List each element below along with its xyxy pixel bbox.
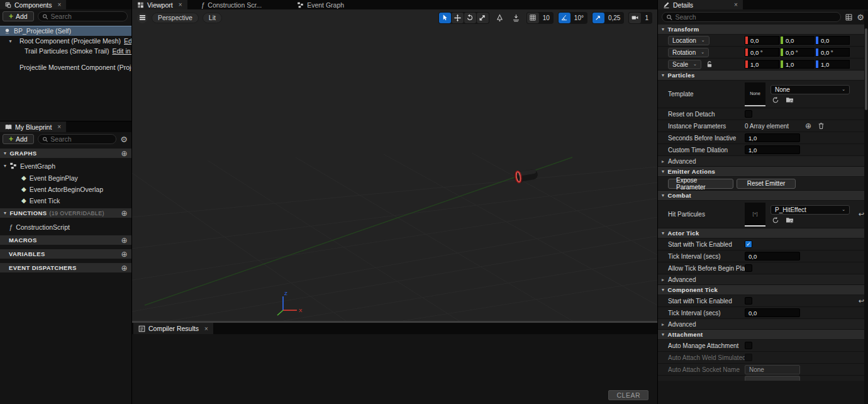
functions-section-header[interactable]: ▾ FUNCTIONS (19 OVERRIDABLE) ⊕ [0,208,131,218]
scale-mode-dropdown[interactable]: Scale⌄ [668,60,701,69]
event-dispatchers-section-header[interactable]: EVENT DISPATCHERS ⊕ [0,263,131,273]
rotation-z-field[interactable]: 0,0 ° [815,48,850,57]
reset-on-detach-checkbox[interactable] [745,110,752,118]
grid-snap-value[interactable]: 10 [540,14,553,21]
scale-snap-icon[interactable] [593,13,604,23]
component-row-root[interactable]: ▾ Root Component (Projectile Mesh) Edit [0,36,131,46]
delete-array-icon[interactable] [818,122,825,130]
perspective-dropdown[interactable]: Perspective [152,13,199,23]
settings-gear-icon[interactable]: ⚙ [120,135,128,144]
component-row-trail[interactable]: Trail Particules (Smoke Trail) Edit in C [0,46,131,56]
location-z-field[interactable]: 0,0 [815,36,850,45]
property-matrix-icon[interactable] [845,13,853,21]
event-beginplay-row[interactable]: ◆ Event BeginPlay [0,173,131,182]
component-row-movement[interactable]: Projectile Movement Component (Proje [0,62,131,72]
details-scrollbar[interactable] [864,11,868,404]
attachment-section-header[interactable]: ▾ Attachment [658,330,868,340]
scale-snap-value[interactable]: 0,25 [605,14,623,21]
start-with-tick-checkbox[interactable] [745,240,752,248]
rotate-tool-icon[interactable] [464,13,476,23]
angle-snap-value[interactable]: 10° [571,14,587,21]
macros-section-header[interactable]: MACROS ⊕ [0,235,131,245]
seconds-before-inactive-field[interactable]: 1,0 [745,133,800,142]
reset-emitter-button[interactable]: Reset Emitter [737,179,796,189]
event-tick-row[interactable]: ◆ Event Tick [0,196,131,205]
surface-snapping-icon[interactable] [510,13,522,23]
auto-attach-weld-checkbox[interactable] [745,354,752,361]
lit-dropdown[interactable]: Lit [203,13,222,23]
use-selected-asset-icon[interactable] [772,216,779,224]
scale-x-field[interactable]: 1,0 [745,60,779,69]
variables-section-header[interactable]: VARIABLES ⊕ [0,249,131,259]
transform-section-header[interactable]: ▾ Transform [658,25,868,35]
actor-tick-section-header[interactable]: ▾ Actor Tick [658,228,868,238]
expand-caret-icon[interactable]: ▾ [8,38,13,44]
location-y-field[interactable]: 0,0 [780,36,815,45]
close-icon[interactable]: × [179,1,182,8]
my-blueprint-search[interactable] [38,134,117,144]
browse-to-asset-icon[interactable] [786,216,794,223]
use-selected-asset-icon[interactable] [772,96,779,104]
location-mode-dropdown[interactable]: Location⌄ [668,36,709,45]
components-search-input[interactable] [51,13,123,20]
tab-construction-script[interactable]: ƒ Construction Scr... [196,0,267,9]
add-dispatcher-icon[interactable]: ⊕ [121,264,128,272]
component-tick-advanced-row[interactable]: ▸ Advanced [658,319,868,330]
scrollbar-thumb[interactable] [865,28,867,110]
add-function-icon[interactable]: ⊕ [121,209,128,218]
my-blueprint-search-input[interactable] [50,135,112,143]
graphs-section-header[interactable]: ▾ GRAPHS ⊕ [0,149,131,159]
reset-to-default-icon[interactable]: ↩ [859,297,864,305]
grid-snap-icon[interactable] [527,13,539,23]
details-search[interactable] [662,12,841,22]
event-actorbeginoverlap-row[interactable]: ◆ Event ActorBeginOverlap [0,184,131,194]
emitter-actions-section-header[interactable]: ▾ Emitter Actions [658,167,868,177]
tab-components[interactable]: Components × [0,0,66,9]
tick-interval-field[interactable]: 0,0 [745,252,800,261]
construction-script-row[interactable]: ƒ ConstructionScript [0,222,131,232]
components-search[interactable] [38,11,128,21]
tab-event-graph[interactable]: Event Graph [292,0,349,9]
component-tick-section-header[interactable]: ▾ Component Tick [658,285,868,295]
tab-viewport[interactable]: Viewport × [132,0,187,9]
expand-caret-icon[interactable]: ▾ [4,163,6,169]
hit-particles-dropdown[interactable]: P_HitEffect⌄ [771,205,850,215]
particles-section-header[interactable]: ▾ Particles [658,70,868,81]
3d-viewport[interactable]: Z X Perspective Lit [132,9,657,321]
scale-tool-icon[interactable] [477,13,489,23]
cut-off-dropdown[interactable] [745,376,800,381]
location-x-field[interactable]: 0,0 [745,36,779,45]
combat-section-header[interactable]: ▾ Combat [658,191,868,201]
close-icon[interactable]: × [58,1,62,8]
add-blueprint-item-button[interactable]: + Add [3,134,34,144]
rotation-mode-dropdown[interactable]: Rotation⌄ [668,48,709,57]
template-dropdown[interactable]: None⌄ [771,85,850,94]
scale-z-field[interactable]: 1,0 [815,60,850,69]
auto-manage-attachment-checkbox[interactable] [745,342,752,349]
auto-attach-socket-field[interactable]: None [745,365,800,374]
component-row-self[interactable]: BP_Projectile (Self) [0,26,131,36]
hit-particles-thumbnail[interactable]: [+] [745,203,765,227]
add-variable-icon[interactable]: ⊕ [121,250,128,259]
clear-button[interactable]: CLEAR [608,390,648,400]
angle-snap-icon[interactable] [559,13,570,23]
custom-time-dilation-field[interactable]: 1,0 [745,145,800,154]
camera-speed-icon[interactable] [629,13,641,23]
scale-y-field[interactable]: 1,0 [780,60,815,69]
close-icon[interactable]: × [734,1,738,8]
projectile-mesh[interactable] [513,167,539,184]
add-component-button[interactable]: + Add [3,11,34,21]
actor-tick-advanced-row[interactable]: ▸ Advanced [658,274,868,285]
rotation-x-field[interactable]: 0,0 ° [745,48,779,57]
details-settings-gear-icon[interactable]: ⚙ [857,13,864,22]
tab-compiler-results[interactable]: Compiler Results × [133,323,213,334]
camera-speed-value[interactable]: 1 [642,14,652,21]
move-tool-icon[interactable] [452,13,464,23]
tab-my-blueprint[interactable]: My Blueprint × [0,121,66,132]
eventgraph-row[interactable]: ▾ EventGraph [0,161,131,171]
add-graph-icon[interactable]: ⊕ [121,149,128,158]
unlock-icon[interactable] [706,61,713,68]
edit-link[interactable]: Edit [124,37,131,45]
edit-link[interactable]: Edit in C [112,47,131,55]
template-thumbnail[interactable]: None [745,82,765,106]
